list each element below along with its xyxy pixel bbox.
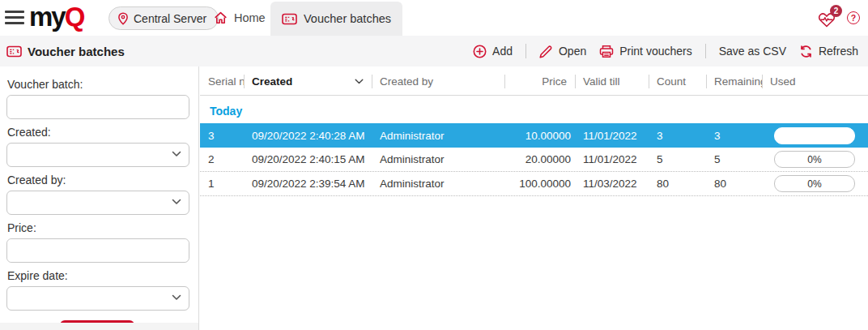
add-button[interactable]: Add — [473, 45, 513, 58]
column-header-serial[interactable]: Serial n... — [200, 66, 244, 96]
cell-created: 09/20/2022 2:40:15 AM — [244, 153, 372, 165]
server-selector-label: Central Server — [134, 12, 206, 25]
printer-icon — [599, 45, 614, 58]
cell-used: 0% — [762, 175, 868, 192]
top-bar: myQ Central Server Home Voucher batches — [0, 0, 868, 36]
cell-used: 0% — [762, 151, 868, 168]
cell-used — [762, 127, 868, 144]
tab-voucher-batches[interactable]: Voucher batches — [270, 2, 402, 36]
toolbar: Add Open Print vouchers Save as CSV — [473, 44, 868, 58]
home-icon — [214, 11, 228, 24]
cell-remaining: 5 — [706, 153, 762, 165]
pencil-icon — [539, 45, 553, 58]
save-as-csv-button[interactable]: Save as CSV — [719, 45, 786, 58]
cell-remaining: 80 — [706, 178, 762, 190]
price-label: Price: — [7, 221, 189, 234]
cell-price: 10.00000 — [504, 130, 575, 142]
refresh-button-label: Refresh — [819, 45, 858, 58]
cell-count: 80 — [649, 178, 706, 190]
tab-voucher-batches-label: Voucher batches — [304, 12, 391, 25]
logo-text-my: my — [29, 2, 65, 32]
toolbar-separator — [705, 44, 706, 58]
menu-hamburger-icon[interactable] — [5, 11, 24, 24]
chevron-down-icon — [172, 294, 181, 301]
voucher-table: Serial n... Created Created by Price Val… — [200, 66, 868, 330]
created-by-select[interactable] — [6, 191, 189, 215]
cell-price: 20.00000 — [504, 153, 575, 165]
open-button[interactable]: Open — [539, 45, 586, 58]
cell-count: 3 — [649, 130, 706, 142]
column-header-created-by[interactable]: Created by — [372, 66, 504, 96]
print-vouchers-button-label: Print vouchers — [619, 45, 691, 58]
column-header-count[interactable]: Count — [649, 66, 706, 96]
logo-text-q: Q — [65, 2, 84, 32]
system-health-button[interactable]: 2 — [818, 6, 837, 29]
chevron-down-icon[interactable] — [355, 79, 364, 84]
cell-serial: 2 — [200, 153, 244, 165]
used-progress-bar: 0% — [774, 175, 855, 192]
cell-created: 09/20/2022 2:39:54 AM — [244, 178, 372, 190]
table-group-label-today: Today — [200, 96, 868, 123]
table-row[interactable]: 1 09/20/2022 2:39:54 AM Administrator 10… — [200, 172, 868, 196]
cell-created: 09/20/2022 2:40:28 AM — [244, 130, 372, 142]
title-toolbar: Voucher batches Add Open Print vouch — [0, 36, 868, 66]
created-select[interactable] — [6, 143, 189, 167]
column-header-created[interactable]: Created — [244, 66, 372, 96]
price-input[interactable] — [7, 239, 189, 262]
toolbar-separator — [525, 44, 526, 58]
column-header-valid-till[interactable]: Valid till — [575, 66, 649, 96]
cell-serial: 3 — [200, 130, 244, 142]
add-circle-plus-icon — [473, 45, 487, 58]
created-label: Created: — [7, 126, 189, 139]
page-title: Voucher batches — [0, 45, 125, 58]
cell-created-by: Administrator — [372, 178, 504, 190]
voucher-batch-field-wrap — [6, 95, 189, 119]
cell-created-by: Administrator — [372, 153, 504, 165]
table-header-row: Serial n... Created Created by Price Val… — [200, 66, 868, 96]
filter-sidebar: Voucher batch: Created: Created by: Pric… — [0, 66, 199, 330]
cell-price: 100.00000 — [504, 178, 575, 190]
price-field-wrap — [6, 238, 189, 263]
voucher-icon — [282, 13, 297, 25]
health-alert-badge: 2 — [830, 5, 842, 17]
expire-date-select[interactable] — [6, 286, 189, 311]
cell-remaining: 3 — [706, 130, 762, 142]
voucher-batch-label: Voucher batch: — [7, 78, 189, 91]
tab-home-label: Home — [234, 11, 266, 24]
cell-valid-till: 11/01/2022 — [575, 153, 649, 165]
table-row[interactable]: 3 09/20/2022 2:40:28 AM Administrator 10… — [200, 123, 868, 148]
used-progress-bar — [774, 127, 855, 144]
cell-count: 5 — [649, 153, 706, 165]
print-vouchers-button[interactable]: Print vouchers — [599, 45, 691, 58]
topbar-right-icons: 2 ? — [818, 0, 860, 36]
table-row[interactable]: 2 09/20/2022 2:40:15 AM Administrator 20… — [200, 148, 868, 172]
myq-logo[interactable]: myQ — [29, 2, 83, 32]
add-button-label: Add — [492, 45, 513, 58]
page-title-label: Voucher batches — [28, 45, 125, 58]
sidebar-scrollbar-track[interactable] — [0, 323, 198, 330]
cell-valid-till: 11/03/2022 — [575, 178, 649, 190]
tab-home[interactable]: Home — [202, 0, 277, 36]
help-icon[interactable]: ? — [847, 11, 860, 24]
column-header-remaining[interactable]: Remaining — [706, 66, 762, 96]
voucher-batch-input[interactable] — [7, 96, 189, 118]
chevron-down-icon — [172, 151, 181, 157]
refresh-button[interactable]: Refresh — [799, 45, 858, 58]
save-as-csv-button-label: Save as CSV — [719, 45, 786, 58]
refresh-icon — [799, 45, 813, 58]
cell-created-by: Administrator — [372, 130, 504, 142]
column-header-created-label: Created — [252, 75, 292, 88]
chevron-down-icon — [172, 199, 181, 205]
column-header-used[interactable]: Used — [762, 66, 868, 96]
cell-valid-till: 11/01/2022 — [575, 130, 649, 142]
column-header-price[interactable]: Price — [504, 66, 575, 96]
used-progress-bar: 0% — [774, 151, 855, 168]
created-by-label: Created by: — [7, 174, 189, 186]
open-button-label: Open — [559, 45, 586, 58]
location-pin-icon — [117, 12, 129, 25]
myq-app-window: myQ Central Server Home Voucher batches — [0, 0, 868, 330]
voucher-title-icon — [6, 45, 22, 58]
expire-date-label: Expire date: — [7, 269, 189, 282]
cell-serial: 1 — [200, 178, 244, 190]
